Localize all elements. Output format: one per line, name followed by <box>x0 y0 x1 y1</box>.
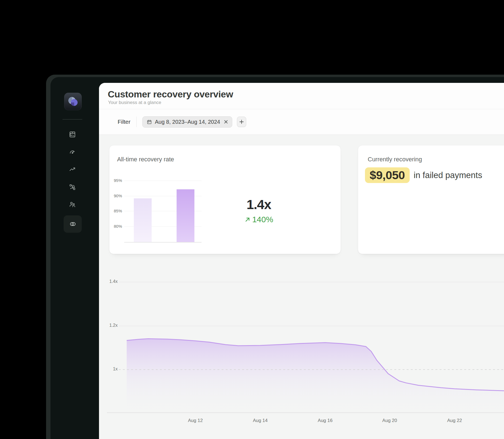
recovery-rate-bar <box>134 198 152 242</box>
filter-button[interactable]: Filter <box>109 119 131 125</box>
recovery-rate-stat-change: 140% <box>214 215 304 224</box>
recovery-rate-stat-change-value: 140% <box>252 215 273 224</box>
filter-divider <box>136 117 137 127</box>
page-header: Customer recovery overview Your business… <box>99 83 504 109</box>
mini-baseline <box>124 242 202 243</box>
mini-gridline <box>124 181 202 181</box>
dashboard-icon <box>69 131 76 138</box>
currently-recovering-card-title: Currently recovering <box>368 156 422 163</box>
sidebar-item-recovery[interactable] <box>64 215 82 233</box>
y-axis-tick-label: 1.4x <box>101 279 118 284</box>
y-axis-tick-label: 1x <box>101 367 118 372</box>
recovery-rate-card: All-time recovery rate 95%90%85%80% 1.4x… <box>109 145 341 254</box>
workflow-icon <box>69 184 76 191</box>
amount-suffix: in failed payments <box>414 170 482 180</box>
sidebar-item-customers[interactable] <box>67 199 78 210</box>
sidebar <box>50 77 99 439</box>
app-logo <box>64 93 82 110</box>
mini-ytick-label: 85% <box>109 209 122 213</box>
recovery-rate-bar <box>177 189 194 242</box>
sidebar-item-performance[interactable] <box>67 147 78 157</box>
gridline-dashed-1x <box>119 369 504 370</box>
calendar-icon <box>147 119 152 125</box>
x-axis-tick-label: Aug 12 <box>183 418 208 423</box>
sidebar-item-trends[interactable] <box>67 164 78 175</box>
sidebar-item-overview[interactable] <box>67 129 78 140</box>
recovery-rate-stat-value: 1.4x <box>214 197 304 212</box>
amount-value: $9,050 <box>370 168 405 182</box>
main-panel: Customer recovery overview Your business… <box>99 83 504 439</box>
gauge-icon <box>69 148 76 156</box>
sidebar-item-automations[interactable] <box>67 182 78 193</box>
y-axis-tick-label: 1.2x <box>101 323 118 328</box>
currently-recovering-card: Currently recovering $9,050 in failed pa… <box>358 145 504 254</box>
trend-up-icon <box>69 166 76 173</box>
plus-icon <box>239 120 244 124</box>
page-subtitle: Your business at a glance <box>108 100 161 105</box>
area-fill <box>127 339 504 412</box>
x-axis-tick-label: Aug 16 <box>313 418 338 423</box>
filter-bar: Filter Aug 8, 2023–Aug 14, 2024 <box>99 109 504 135</box>
page-title: Customer recovery overview <box>108 89 233 100</box>
gridline <box>119 326 504 326</box>
users-icon <box>69 201 76 208</box>
mini-ytick-label: 95% <box>109 178 122 183</box>
gridline <box>119 282 504 282</box>
funnel-icon <box>109 119 115 125</box>
arrow-up-right-icon <box>245 217 250 223</box>
amount-highlight: $9,050 <box>365 167 410 183</box>
remove-date-filter-button[interactable] <box>224 120 228 124</box>
x-axis-tick-label: Aug 22 <box>442 418 467 423</box>
date-range-value: Aug 8, 2023–Aug 14, 2024 <box>155 119 220 125</box>
area-chart-plot <box>127 329 504 412</box>
screen: Customer recovery overview Your business… <box>0 0 504 439</box>
filter-button-label: Filter <box>118 119 131 125</box>
overlapping-circles-icon <box>69 220 77 228</box>
x-axis-tick-label: Aug 14 <box>248 418 273 423</box>
x-axis-tick-label: Aug 20 <box>377 418 402 423</box>
x-axis-line <box>107 412 504 413</box>
mini-ytick-label: 90% <box>109 193 122 198</box>
sidebar-divider <box>63 119 82 120</box>
currently-recovering-amount-row: $9,050 in failed payments <box>365 167 482 183</box>
close-icon <box>224 120 228 124</box>
date-range-chip[interactable]: Aug 8, 2023–Aug 14, 2024 <box>142 116 232 128</box>
recovery-rate-stat: 1.4x 140% <box>214 197 304 224</box>
add-filter-button[interactable] <box>237 117 246 127</box>
mini-ytick-label: 80% <box>109 224 122 229</box>
